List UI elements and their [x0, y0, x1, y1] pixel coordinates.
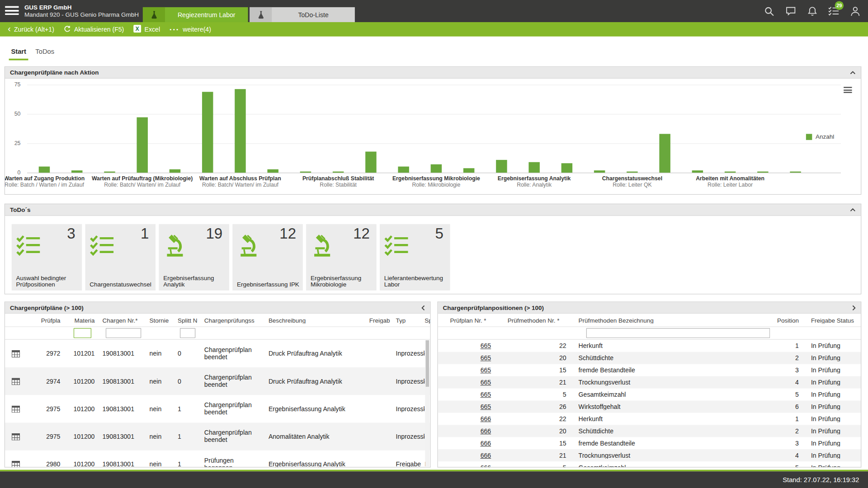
table-row[interactable]: 66621Trocknungsverlust4In Prüfung — [438, 449, 861, 461]
expand-right-chevron-icon[interactable] — [852, 305, 856, 310]
column-header[interactable]: Prüfmethoden Nr. * — [499, 317, 571, 324]
table-row[interactable]: 66522Herkunft1In Prüfung — [438, 340, 861, 352]
chart-bar[interactable] — [333, 171, 344, 173]
column-header[interactable]: Position — [770, 317, 801, 324]
back-button[interactable]: ‹ Zurück (Alt+1) — [8, 22, 54, 37]
chart-bar[interactable] — [725, 171, 736, 173]
column-header[interactable]: Stornie — [142, 317, 175, 324]
column-header[interactable]: Prüfmethoden Bezeichnung — [571, 317, 770, 324]
chart-bar[interactable] — [561, 163, 572, 173]
table-row[interactable]: 2974101200190813001nein0Chargenprüfplan … — [5, 367, 430, 395]
table-row[interactable]: 66521Trocknungsverlust4In Prüfung — [438, 376, 861, 389]
chat-icon[interactable] — [784, 5, 797, 16]
table-row[interactable]: 2975101200190813001nein1Chargenprüfplan … — [5, 395, 430, 422]
refresh-button[interactable]: Aktualisieren (F5) — [64, 22, 124, 37]
tasks-icon[interactable]: 29 — [828, 5, 840, 16]
filter-input[interactable] — [74, 328, 91, 338]
chart-bar[interactable] — [300, 171, 311, 173]
chart-bar[interactable] — [202, 92, 213, 173]
todo-tile[interactable]: 3Auswahl bedingter Prüfpositionen — [12, 224, 82, 291]
chart-bar[interactable] — [398, 167, 409, 173]
column-header[interactable]: Materia — [66, 317, 98, 324]
table-row[interactable]: 66515fremde Bestandteile3In Prüfung — [438, 364, 861, 376]
collapse-chevron-icon[interactable] — [850, 70, 856, 75]
chart-bar[interactable] — [528, 162, 539, 173]
tab-todos[interactable]: ToDos — [33, 45, 56, 58]
chart-bar[interactable] — [692, 170, 703, 173]
chart-bar[interactable] — [137, 117, 147, 173]
todo-tile[interactable]: 19Ergebniserfassung Analytik — [159, 224, 229, 291]
left-table-body: 2972101201190813001nein0Chargenprüfplan … — [5, 340, 430, 468]
window-tab-regiezentrum-labor[interactable]: Regiezentrum Labor — [143, 7, 248, 22]
collapse-chevron-icon[interactable] — [850, 208, 856, 212]
excel-button[interactable]: X Excel — [133, 22, 160, 37]
column-header[interactable]: Chargenprüfungss — [201, 317, 263, 324]
pruefplan-link[interactable]: 666 — [481, 452, 491, 459]
filter-input[interactable] — [180, 328, 195, 338]
window-tab-todo-liste[interactable]: ToDo-Liste — [250, 7, 355, 22]
chart-bar[interactable] — [267, 169, 278, 173]
column-header[interactable]: Typ — [395, 317, 425, 324]
chart-bar[interactable] — [71, 170, 82, 173]
todo-tile[interactable]: 1Chargenstatuswechsel — [85, 224, 156, 291]
table-row[interactable]: 66520Schüttdichte2In Prüfung — [438, 352, 861, 364]
more-button[interactable]: ··· weitere(4) — [170, 22, 211, 37]
column-header[interactable]: Beschreibung — [263, 317, 365, 324]
chart-bar[interactable] — [39, 167, 50, 173]
todo-tile[interactable]: 12Ergebniserfassung IPK — [232, 224, 303, 291]
table-row[interactable]: 6655Gesamtkeimzahl5In Prüfung — [438, 389, 861, 401]
chart-bar[interactable] — [659, 134, 670, 173]
table-row[interactable]: 66615fremde Bestandteile3In Prüfung — [438, 437, 861, 449]
pruefplan-link[interactable]: 665 — [481, 404, 491, 410]
todo-tile[interactable]: 5Lieferantenbewertung Labor — [380, 224, 450, 291]
todo-tile[interactable]: 12Ergebniserfassung Mikrobiologie — [306, 224, 377, 291]
column-header[interactable]: Freigab — [365, 317, 395, 324]
table-row[interactable]: 6665Gesamtkeimzahl5In Prüfung — [438, 461, 861, 467]
chart-bar[interactable] — [757, 171, 768, 173]
pruefplan-link[interactable]: 665 — [481, 391, 491, 398]
tab-start[interactable]: Start — [9, 45, 28, 60]
table-row[interactable]: 2980101200190813001nein1Prüfungen begonn… — [5, 450, 430, 468]
search-icon[interactable] — [763, 5, 775, 16]
chart-bar[interactable] — [496, 160, 507, 173]
chart-bar[interactable] — [431, 164, 442, 173]
pruefplan-link[interactable]: 666 — [481, 428, 491, 435]
collapse-left-chevron-icon[interactable] — [421, 305, 425, 310]
todo-label: Ergebniserfassung Mikrobiologie — [311, 274, 376, 287]
menu-icon[interactable] — [5, 6, 19, 16]
pruefplan-link[interactable]: 665 — [481, 355, 491, 361]
column-header[interactable]: Splitt N — [175, 317, 201, 324]
pruefplan-link[interactable]: 666 — [481, 464, 491, 467]
column-header[interactable]: Prüfpla — [29, 317, 66, 324]
pruefplan-link[interactable]: 666 — [481, 416, 491, 422]
table-row[interactable]: 2972101201190813001nein0Chargenprüfplan … — [5, 340, 430, 367]
chart-menu-icon[interactable] — [844, 87, 852, 94]
vertical-scrollbar[interactable] — [425, 340, 429, 466]
column-header[interactable]: Chargen Nr.* — [98, 317, 142, 324]
pruefplan-link[interactable]: 666 — [481, 440, 491, 446]
chart-bar[interactable] — [104, 171, 115, 173]
table-row[interactable]: 66622Herkunft1In Prüfung — [438, 413, 861, 425]
column-header[interactable]: Freigabe Status — [801, 317, 861, 324]
filter-input[interactable] — [586, 328, 770, 338]
chart-bar[interactable] — [627, 171, 637, 173]
bell-icon[interactable] — [806, 5, 818, 16]
notification-badge: 29 — [835, 1, 844, 10]
user-icon[interactable] — [849, 5, 861, 16]
pruefplan-link[interactable]: 665 — [481, 379, 491, 386]
chart-bar[interactable] — [594, 170, 605, 173]
table-row[interactable]: 2975101200190813001nein1Chargenprüfplan … — [5, 423, 430, 450]
scrollbar-thumb[interactable] — [426, 340, 429, 387]
chart-bar[interactable] — [365, 151, 376, 173]
pruefplan-link[interactable]: 665 — [481, 367, 491, 374]
filter-input[interactable] — [106, 328, 141, 338]
table-row[interactable]: 66620Schüttdichte2In Prüfung — [438, 425, 861, 437]
chart-bar[interactable] — [790, 171, 801, 173]
chart-bar[interactable] — [170, 169, 180, 173]
pruefplan-link[interactable]: 665 — [481, 343, 491, 349]
chart-bar[interactable] — [235, 89, 245, 173]
chart-bar[interactable] — [463, 168, 474, 173]
table-row[interactable]: 66526Wirkstoffgehalt6In Prüfung — [438, 401, 861, 413]
column-header[interactable]: Sp — [425, 317, 430, 324]
column-header[interactable]: Prüfplan Nr. * — [438, 317, 499, 324]
